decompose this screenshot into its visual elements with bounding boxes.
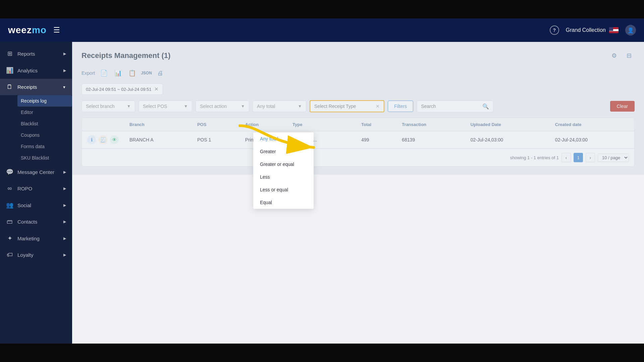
sidebar-item-social[interactable]: 👥 Social ▶ [0, 197, 72, 214]
header-actions: ⚙ ⊟ [608, 50, 635, 61]
branch-chevron-icon: ▼ [127, 104, 131, 109]
col-type: Type [287, 118, 356, 131]
search-box: 🔍 [417, 101, 493, 112]
sidebar-item-message-center[interactable]: 💬 Message Center ▶ [0, 164, 72, 180]
total-dropdown-menu: Any total Greater Greater or equal Less … [253, 132, 314, 209]
receipt-type-clear-icon[interactable]: ✕ [376, 104, 380, 109]
sidebar-item-contacts-label: Contacts [17, 219, 37, 225]
main-layout: ⊞ Reports ▶ 📊 Analytics ▶ 🗒 Receipts ▼ R… [0, 42, 644, 344]
action-select-label: Select action [200, 104, 227, 109]
sidebar-sub-sku-blacklist[interactable]: SKU Blacklist [17, 152, 72, 164]
row-branch: BRANCH A [124, 131, 192, 148]
col-action: Action [240, 118, 287, 131]
table-row: ℹ 🧾 👁 BRANCH A POS 1 Print Cancellati...… [82, 131, 634, 148]
info-button[interactable]: ℹ [87, 135, 96, 144]
sidebar-item-contacts[interactable]: 🗃 Contacts ▶ [0, 214, 72, 230]
chevron-down-icon: ▼ [62, 85, 66, 89]
logo: weezmo [8, 25, 47, 36]
col-actions [82, 118, 124, 131]
export-json-icon[interactable]: JSON [141, 68, 151, 78]
next-page-button[interactable]: › [586, 153, 595, 162]
receipt-button[interactable]: 🧾 [99, 135, 107, 144]
date-filter-chip[interactable]: 02-Jul-24 09:51 ~ 02-Jul-24 09:51 ✕ [82, 83, 163, 95]
row-uploaded-date: 02-Jul-24,03:00 [465, 131, 550, 148]
sidebar-item-ropo[interactable]: ∞ ROPO ▶ [0, 180, 72, 197]
data-table: Branch POS Action Type Total Transaction… [82, 118, 635, 167]
row-total: 499 [356, 131, 396, 148]
export-excel-icon[interactable]: 📊 [113, 68, 123, 78]
view-button[interactable]: 👁 [110, 135, 119, 144]
col-pos: POS [192, 118, 240, 131]
page-header: Receipts Management (1) ⚙ ⊟ [82, 50, 635, 61]
dropdown-item-less[interactable]: Less [253, 171, 314, 183]
sidebar-item-loyalty-label: Loyalty [17, 252, 34, 258]
sidebar-item-analytics[interactable]: 📊 Analytics ▶ [0, 62, 72, 79]
export-bar: Export 📄 📊 📋 JSON 🖨 [82, 68, 635, 78]
chevron-right-icon-5: ▶ [63, 203, 66, 207]
col-branch: Branch [124, 118, 192, 131]
sidebar-sub-coupons[interactable]: Coupons [17, 129, 72, 141]
receipt-type-input[interactable]: ✕ [310, 100, 384, 112]
brand-name: Grand Collection [566, 27, 606, 33]
chevron-right-icon-7: ▶ [63, 236, 66, 241]
row-created-date: 02-Jul-24,03:00 [550, 131, 634, 148]
analytics-icon: 📊 [6, 67, 13, 74]
filter-row: Select branch ▼ Select POS ▼ Select acti… [82, 100, 635, 112]
dropdown-item-equal[interactable]: Equal [253, 196, 314, 209]
navbar-right: ? Grand Collection 👤 [550, 25, 636, 36]
export-print-icon[interactable]: 🖨 [155, 68, 165, 78]
dropdown-item-less-equal[interactable]: Less or equal [253, 183, 314, 196]
loyalty-icon: 🏷 [6, 251, 13, 258]
sidebar-sub-receipts-log[interactable]: Receipts log [17, 95, 72, 107]
branch-select[interactable]: Select branch ▼ [82, 101, 135, 112]
export-pdf-icon[interactable]: 📄 [99, 68, 109, 78]
date-filter-value: 02-Jul-24 09:51 ~ 02-Jul-24 09:51 [86, 87, 152, 92]
receipt-type-field[interactable] [314, 104, 373, 109]
pos-select[interactable]: Select POS ▼ [139, 101, 192, 112]
settings-button[interactable]: ⚙ [608, 50, 620, 61]
pos-chevron-icon: ▼ [184, 104, 188, 109]
avatar[interactable]: 👤 [625, 25, 636, 36]
sidebar: ⊞ Reports ▶ 📊 Analytics ▶ 🗒 Receipts ▼ R… [0, 42, 72, 344]
row-action-buttons: ℹ 🧾 👁 [87, 135, 119, 144]
dropdown-item-any-total[interactable]: Any total [253, 132, 314, 145]
row-transaction: 68139 [396, 131, 465, 148]
brand-info: Grand Collection [566, 27, 619, 33]
chevron-right-icon-8: ▶ [63, 253, 66, 257]
export-csv-icon[interactable]: 📋 [127, 68, 137, 78]
col-uploaded-date: Uploaded Date [465, 118, 550, 131]
sidebar-sub-forms-data[interactable]: Forms data [17, 141, 72, 152]
help-button[interactable]: ? [550, 25, 559, 35]
sidebar-sub-blacklist[interactable]: Blacklist [17, 118, 72, 129]
dropdown-item-greater[interactable]: Greater [253, 145, 314, 158]
flag-icon [609, 27, 619, 33]
date-filter-clear-icon[interactable]: ✕ [154, 86, 159, 92]
sidebar-sub-editor[interactable]: Editor [17, 107, 72, 118]
sidebar-item-message-label: Message Center [17, 169, 54, 175]
pagination-bar: showing 1 - 1 entries of 1 ‹ 1 › 10 / pa… [82, 148, 634, 166]
sidebar-item-receipts[interactable]: 🗒 Receipts ▼ [0, 79, 72, 95]
sidebar-item-reports[interactable]: ⊞ Reports ▶ [0, 45, 72, 62]
action-select[interactable]: Select action ▼ [196, 101, 249, 112]
sidebar-item-loyalty[interactable]: 🏷 Loyalty ▶ [0, 247, 72, 263]
sidebar-item-marketing[interactable]: ✦ Marketing ▶ [0, 230, 72, 247]
search-icon: 🔍 [482, 103, 489, 110]
sidebar-item-analytics-label: Analytics [17, 68, 38, 73]
chevron-right-icon-3: ▶ [63, 170, 66, 174]
sidebar-item-receipts-label: Receipts [17, 84, 37, 90]
col-transaction: Transaction [396, 118, 465, 131]
prev-page-button[interactable]: ‹ [561, 153, 571, 162]
receipts-icon: 🗒 [6, 83, 13, 90]
filters-button[interactable]: Filters [388, 101, 413, 112]
total-select[interactable]: Any total ▼ [253, 101, 306, 112]
col-total: Total [356, 118, 396, 131]
page-size-select[interactable]: 10 / page 20 / page 50 / page [598, 154, 629, 162]
clear-button[interactable]: Clear [610, 101, 635, 112]
page-1-button[interactable]: 1 [574, 153, 583, 162]
view-toggle-button[interactable]: ⊟ [623, 50, 635, 61]
export-label: Export [82, 70, 95, 76]
hamburger-icon[interactable]: ☰ [53, 26, 60, 35]
dropdown-item-greater-equal[interactable]: Greater or equal [253, 158, 314, 171]
search-input[interactable] [421, 104, 480, 109]
chevron-right-icon-4: ▶ [63, 186, 66, 191]
